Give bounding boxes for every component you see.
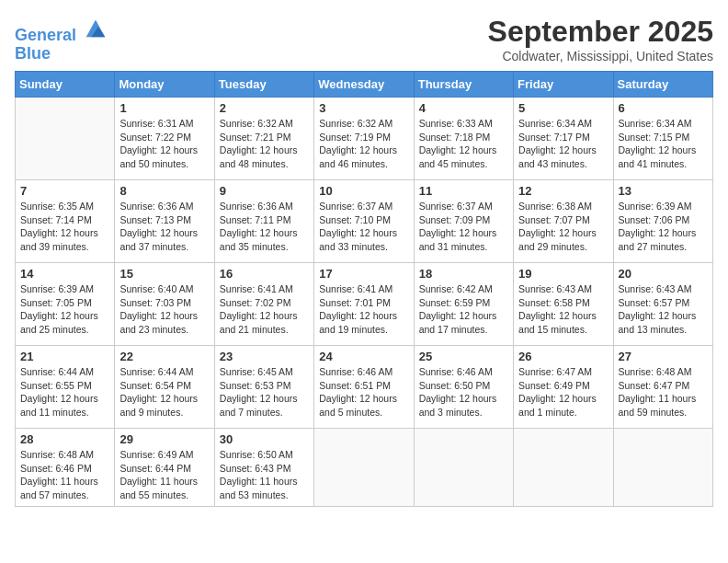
day-info: Sunrise: 6:39 AMSunset: 7:05 PMDaylight:…	[20, 282, 109, 337]
calendar-week-row: 14Sunrise: 6:39 AMSunset: 7:05 PMDayligh…	[16, 263, 713, 346]
calendar-cell: 20Sunrise: 6:43 AMSunset: 6:57 PMDayligh…	[613, 263, 712, 346]
day-info: Sunrise: 6:33 AMSunset: 7:18 PMDaylight:…	[419, 117, 508, 171]
calendar-cell: 6Sunrise: 6:34 AMSunset: 7:15 PMDaylight…	[613, 98, 712, 180]
day-number: 16	[220, 267, 309, 281]
day-number: 8	[119, 184, 209, 198]
calendar-cell: 9Sunrise: 6:36 AMSunset: 7:11 PMDaylight…	[214, 180, 313, 263]
day-info: Sunrise: 6:35 AMSunset: 7:14 PMDaylight:…	[20, 200, 109, 254]
logo-icon	[83, 15, 108, 40]
day-number: 11	[419, 184, 508, 198]
page-header: General Blue September 2025 Coldwater, M…	[15, 15, 713, 63]
calendar-cell: 30Sunrise: 6:50 AMSunset: 6:43 PMDayligh…	[214, 429, 313, 507]
day-number: 12	[518, 184, 608, 198]
calendar-cell: 21Sunrise: 6:44 AMSunset: 6:55 PMDayligh…	[16, 346, 115, 429]
calendar-cell: 5Sunrise: 6:34 AMSunset: 7:17 PMDaylight…	[514, 98, 613, 180]
day-number: 9	[220, 184, 309, 198]
logo: General Blue	[15, 15, 108, 63]
calendar-cell: 27Sunrise: 6:48 AMSunset: 6:47 PMDayligh…	[613, 346, 712, 429]
calendar-cell: 28Sunrise: 6:48 AMSunset: 6:46 PMDayligh…	[16, 429, 115, 507]
day-info: Sunrise: 6:32 AMSunset: 7:19 PMDaylight:…	[319, 117, 408, 171]
location: Coldwater, Mississippi, United States	[488, 49, 713, 63]
calendar-cell: 10Sunrise: 6:37 AMSunset: 7:10 PMDayligh…	[314, 180, 414, 263]
calendar-cell	[613, 429, 712, 507]
day-number: 10	[319, 184, 408, 198]
day-info: Sunrise: 6:39 AMSunset: 7:06 PMDaylight:…	[619, 200, 708, 254]
day-number: 3	[319, 101, 408, 115]
day-number: 13	[619, 184, 708, 198]
calendar-table: SundayMondayTuesdayWednesdayThursdayFrid…	[15, 71, 713, 507]
day-number: 22	[119, 350, 209, 363]
calendar-cell: 22Sunrise: 6:44 AMSunset: 6:54 PMDayligh…	[115, 346, 214, 429]
col-header-sunday: Sunday	[16, 72, 115, 98]
day-number: 17	[319, 267, 408, 281]
calendar-cell	[414, 429, 513, 507]
calendar-cell: 29Sunrise: 6:49 AMSunset: 6:44 PMDayligh…	[115, 429, 214, 507]
day-info: Sunrise: 6:34 AMSunset: 7:15 PMDaylight:…	[619, 117, 708, 171]
day-number: 19	[518, 267, 608, 281]
day-number: 6	[619, 101, 708, 115]
day-number: 20	[619, 267, 708, 281]
calendar-cell: 19Sunrise: 6:43 AMSunset: 6:58 PMDayligh…	[514, 263, 613, 346]
calendar-cell: 12Sunrise: 6:38 AMSunset: 7:07 PMDayligh…	[514, 180, 613, 263]
col-header-friday: Friday	[514, 72, 613, 98]
col-header-saturday: Saturday	[613, 72, 712, 98]
day-number: 14	[20, 267, 109, 281]
calendar-cell: 7Sunrise: 6:35 AMSunset: 7:14 PMDaylight…	[16, 180, 115, 263]
day-info: Sunrise: 6:36 AMSunset: 7:13 PMDaylight:…	[119, 200, 209, 254]
day-info: Sunrise: 6:44 AMSunset: 6:54 PMDaylight:…	[119, 365, 209, 419]
calendar-header-row: SundayMondayTuesdayWednesdayThursdayFrid…	[16, 72, 713, 98]
calendar-cell: 25Sunrise: 6:46 AMSunset: 6:50 PMDayligh…	[414, 346, 513, 429]
logo-text2: Blue	[15, 45, 108, 63]
day-info: Sunrise: 6:31 AMSunset: 7:22 PMDaylight:…	[119, 117, 209, 171]
day-number: 1	[119, 101, 209, 115]
col-header-tuesday: Tuesday	[214, 72, 313, 98]
calendar-cell: 18Sunrise: 6:42 AMSunset: 6:59 PMDayligh…	[414, 263, 513, 346]
col-header-wednesday: Wednesday	[314, 72, 414, 98]
day-info: Sunrise: 6:34 AMSunset: 7:17 PMDaylight:…	[518, 117, 608, 171]
calendar-cell: 11Sunrise: 6:37 AMSunset: 7:09 PMDayligh…	[414, 180, 513, 263]
day-info: Sunrise: 6:38 AMSunset: 7:07 PMDaylight:…	[518, 200, 608, 254]
logo-text: General	[15, 15, 108, 45]
day-number: 15	[119, 267, 209, 281]
day-info: Sunrise: 6:41 AMSunset: 7:01 PMDaylight:…	[319, 282, 408, 337]
day-info: Sunrise: 6:45 AMSunset: 6:53 PMDaylight:…	[220, 365, 309, 419]
calendar-cell: 2Sunrise: 6:32 AMSunset: 7:21 PMDaylight…	[214, 98, 313, 180]
calendar-week-row: 1Sunrise: 6:31 AMSunset: 7:22 PMDaylight…	[16, 98, 713, 180]
day-number: 23	[220, 350, 309, 363]
calendar-cell: 3Sunrise: 6:32 AMSunset: 7:19 PMDaylight…	[314, 98, 414, 180]
month-title: September 2025	[488, 15, 713, 49]
day-number: 4	[419, 101, 508, 115]
day-info: Sunrise: 6:48 AMSunset: 6:46 PMDaylight:…	[20, 448, 109, 502]
calendar-cell: 14Sunrise: 6:39 AMSunset: 7:05 PMDayligh…	[16, 263, 115, 346]
col-header-monday: Monday	[115, 72, 214, 98]
day-number: 30	[220, 432, 309, 446]
day-info: Sunrise: 6:40 AMSunset: 7:03 PMDaylight:…	[119, 282, 209, 337]
day-number: 2	[220, 101, 309, 115]
day-number: 28	[20, 432, 109, 446]
day-number: 26	[518, 350, 608, 363]
calendar-week-row: 21Sunrise: 6:44 AMSunset: 6:55 PMDayligh…	[16, 346, 713, 429]
calendar-cell	[16, 98, 115, 180]
calendar-cell: 23Sunrise: 6:45 AMSunset: 6:53 PMDayligh…	[214, 346, 313, 429]
calendar-cell: 24Sunrise: 6:46 AMSunset: 6:51 PMDayligh…	[314, 346, 414, 429]
day-number: 24	[319, 350, 408, 363]
day-info: Sunrise: 6:32 AMSunset: 7:21 PMDaylight:…	[220, 117, 309, 171]
day-info: Sunrise: 6:49 AMSunset: 6:44 PMDaylight:…	[119, 448, 209, 502]
day-number: 21	[20, 350, 109, 363]
day-info: Sunrise: 6:43 AMSunset: 6:57 PMDaylight:…	[619, 282, 708, 337]
calendar-cell: 17Sunrise: 6:41 AMSunset: 7:01 PMDayligh…	[314, 263, 414, 346]
title-block: September 2025 Coldwater, Mississippi, U…	[488, 15, 713, 63]
day-info: Sunrise: 6:48 AMSunset: 6:47 PMDaylight:…	[619, 365, 708, 419]
calendar-cell: 4Sunrise: 6:33 AMSunset: 7:18 PMDaylight…	[414, 98, 513, 180]
day-number: 7	[20, 184, 109, 198]
day-number: 29	[119, 432, 209, 446]
day-info: Sunrise: 6:44 AMSunset: 6:55 PMDaylight:…	[20, 365, 109, 419]
day-info: Sunrise: 6:47 AMSunset: 6:49 PMDaylight:…	[518, 365, 608, 419]
day-number: 5	[518, 101, 608, 115]
calendar-cell	[514, 429, 613, 507]
calendar-cell: 1Sunrise: 6:31 AMSunset: 7:22 PMDaylight…	[115, 98, 214, 180]
day-info: Sunrise: 6:42 AMSunset: 6:59 PMDaylight:…	[419, 282, 508, 337]
day-number: 27	[619, 350, 708, 363]
day-info: Sunrise: 6:41 AMSunset: 7:02 PMDaylight:…	[220, 282, 309, 337]
calendar-cell: 8Sunrise: 6:36 AMSunset: 7:13 PMDaylight…	[115, 180, 214, 263]
